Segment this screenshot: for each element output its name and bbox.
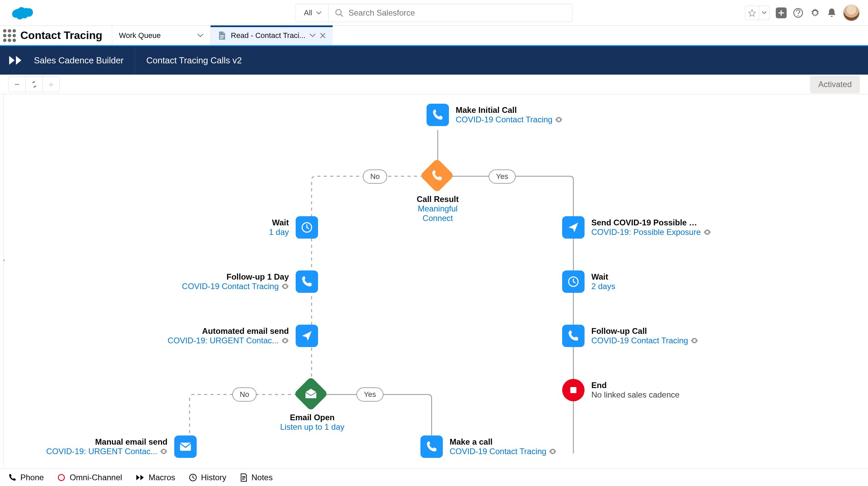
svg-rect-6: [220, 35, 224, 36]
phone-icon: [420, 158, 454, 193]
svg-line-1: [341, 14, 343, 17]
branch-label-no: No: [363, 169, 387, 184]
node-title: Follow-up 1 Day: [182, 272, 289, 282]
chevron-down-icon: [762, 11, 767, 14]
global-add-button[interactable]: [776, 7, 787, 18]
phone-icon: [296, 270, 318, 293]
help-button[interactable]: [793, 7, 804, 18]
canvas[interactable]: No Yes No Yes Make Initial Call COVID-19…: [3, 94, 868, 467]
tab-read-contact-tracing[interactable]: Read - Contact Traci...: [210, 26, 333, 45]
node-wait-1day[interactable]: Wait 1 day: [269, 216, 318, 239]
user-avatar[interactable]: [843, 4, 860, 21]
chevron-down-icon[interactable]: [197, 34, 203, 37]
phone-icon: [562, 325, 585, 347]
node-send-exposure[interactable]: Send COVID-19 Possible Ex... COVID-19: P…: [562, 216, 703, 239]
app-name: Contact Tracing: [19, 26, 112, 45]
node-subtitle[interactable]: COVID-19: URGENT Contac...: [167, 336, 279, 345]
node-subtitle[interactable]: Meaningful Connect: [404, 204, 472, 223]
node-wait-2days[interactable]: Wait 2 days: [562, 270, 615, 293]
node-subtitle[interactable]: COVID-19: Possible Exposure: [591, 227, 701, 237]
utility-macros[interactable]: Macros: [136, 473, 175, 482]
node-title: Wait: [591, 272, 615, 282]
app-launcher[interactable]: [0, 26, 19, 45]
node-auto-email[interactable]: Automated email send COVID-19: URGENT Co…: [167, 325, 318, 347]
waffle-icon: [3, 29, 16, 42]
node-followup-call[interactable]: Follow-up Call COVID-19 Contact Tracing: [562, 325, 698, 347]
preview-icon[interactable]: [555, 117, 563, 122]
header-actions: [745, 4, 860, 21]
zoom-fit-button[interactable]: [25, 77, 42, 92]
history-icon: [189, 473, 197, 482]
builder-title: Contact Tracing Calls v2: [135, 46, 254, 75]
node-manual-email[interactable]: Manual email send COVID-19: URGENT Conta…: [46, 436, 197, 458]
node-title: Automated email send: [167, 326, 289, 336]
star-icon: [748, 9, 756, 17]
utility-bar: Phone Omni-Channel Macros History Notes: [0, 468, 868, 486]
builder-icon: [0, 46, 32, 75]
svg-point-4: [797, 15, 798, 16]
clock-icon: [296, 216, 318, 239]
node-make-call[interactable]: Make a call COVID-19 Contact Tracing: [420, 436, 556, 458]
node-title: Make Initial Call: [456, 105, 563, 115]
zoom-out-button[interactable]: −: [8, 77, 25, 92]
chevron-down-icon: [316, 11, 322, 15]
stop-icon: [562, 379, 585, 401]
node-make-initial-call[interactable]: Make Initial Call COVID-19 Contact Traci…: [427, 104, 563, 126]
close-tab-button[interactable]: [320, 33, 326, 39]
node-subtitle[interactable]: COVID-19 Contact Tracing: [450, 447, 546, 456]
node-subtitle[interactable]: COVID-19: URGENT Contac...: [46, 447, 157, 456]
search-icon: [335, 8, 344, 17]
node-subtitle[interactable]: COVID-19 Contact Tracing: [591, 336, 688, 345]
clock-icon: [562, 270, 585, 293]
node-call-result[interactable]: [425, 163, 449, 188]
preview-icon[interactable]: [281, 284, 289, 289]
utility-label: History: [201, 473, 226, 482]
tab-work-queue[interactable]: Work Queue: [112, 26, 210, 45]
svg-point-5: [814, 12, 816, 14]
utility-notes[interactable]: Notes: [240, 473, 273, 482]
setup-gear-button[interactable]: [810, 7, 821, 18]
chevron-down-icon[interactable]: [310, 34, 316, 37]
builder-breadcrumb[interactable]: Sales Cadence Builder: [32, 46, 135, 75]
node-subtitle[interactable]: COVID-19 Contact Tracing: [182, 282, 279, 291]
notifications-button[interactable]: [827, 7, 837, 18]
phone-icon: [420, 436, 443, 458]
favorites-button[interactable]: [745, 6, 770, 20]
svg-point-13: [58, 474, 64, 481]
node-end[interactable]: End No linked sales cadence: [562, 379, 679, 401]
utility-history[interactable]: History: [189, 473, 226, 482]
node-subtitle: No linked sales cadence: [591, 390, 679, 400]
branch-label-yes: Yes: [489, 169, 516, 184]
preview-icon[interactable]: [281, 338, 289, 343]
send-icon: [296, 325, 318, 347]
node-subtitle[interactable]: COVID-19 Contact Tracing: [456, 115, 552, 124]
preview-icon[interactable]: [160, 449, 167, 454]
node-title: Call Result: [404, 195, 472, 204]
branch-label-yes: Yes: [356, 387, 383, 402]
email-open-icon: [294, 377, 328, 411]
utility-phone[interactable]: Phone: [8, 473, 44, 482]
omni-icon: [57, 473, 65, 482]
search-input[interactable]: [349, 8, 566, 18]
salesforce-logo[interactable]: [8, 4, 33, 22]
preview-icon[interactable]: [704, 229, 711, 235]
preview-icon[interactable]: [691, 338, 698, 343]
svg-point-0: [336, 9, 341, 15]
global-search: All: [295, 4, 572, 22]
search-box[interactable]: [329, 4, 573, 22]
node-followup-1day[interactable]: Follow-up 1 Day COVID-19 Contact Tracing: [182, 270, 318, 293]
node-email-open[interactable]: [299, 382, 323, 406]
utility-label: Notes: [252, 473, 273, 482]
notes-icon: [240, 473, 248, 482]
zoom-in-button[interactable]: +: [42, 77, 59, 92]
node-email-open-text: Email Open Listen up to 1 day: [272, 413, 353, 432]
preview-icon[interactable]: [549, 449, 556, 454]
node-call-result-text: Call Result Meaningful Connect: [404, 195, 472, 223]
document-icon: [217, 31, 227, 40]
node-title: Make a call: [450, 437, 556, 447]
gear-icon: [810, 7, 821, 18]
utility-label: Macros: [149, 473, 175, 482]
search-scope-dropdown[interactable]: All: [295, 4, 328, 22]
svg-rect-12: [570, 387, 576, 393]
utility-omni-channel[interactable]: Omni-Channel: [57, 473, 122, 482]
